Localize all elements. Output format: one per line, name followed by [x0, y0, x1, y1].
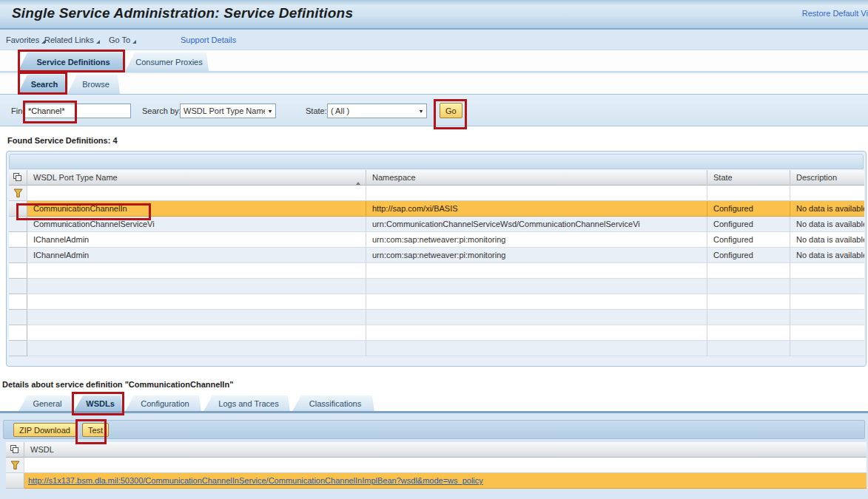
filter-funnel-icon: [10, 461, 20, 470]
find-input[interactable]: [24, 103, 131, 118]
dropdown-caret-icon: [132, 40, 136, 44]
select-all-icon: [10, 445, 19, 454]
search-by-dropdown[interactable]: WSDL Port Type Name ▼: [180, 103, 276, 118]
empty-table-row: [9, 294, 864, 310]
menu-bar: Favorites Related Links Go To Support De…: [0, 30, 868, 50]
details-toolbar: ZIP Download Test: [3, 420, 865, 439]
search-by-label: Search by:: [142, 106, 181, 115]
row-selector[interactable]: [9, 248, 27, 263]
filter-input-name[interactable]: [27, 186, 366, 201]
details-tab-strip: General WSDLs Configuration Logs and Tra…: [0, 394, 868, 413]
menu-go-to[interactable]: Go To: [109, 35, 136, 44]
state-dropdown[interactable]: ( All ) ▼: [327, 103, 427, 118]
table-header-row: WSDL Port Type Name Namespace State Desc…: [9, 170, 864, 186]
results-table-panel: WSDL Port Type Name Namespace State Desc…: [6, 151, 867, 367]
details-title: Details about service definition "Commun…: [2, 380, 233, 389]
state-label: State:: [306, 106, 327, 115]
filter-row: [9, 186, 864, 201]
table-row[interactable]: IChannelAdmin urn:com:sap:netweaver:pi:m…: [9, 248, 864, 263]
empty-table-row: [9, 310, 864, 325]
column-header-state[interactable]: State: [707, 170, 790, 186]
tab-consumer-proxies[interactable]: Consumer Proxies: [125, 52, 209, 72]
wsdl-filter-row: [6, 458, 867, 473]
application-window: Single Service Administration: Service D…: [0, 0, 868, 499]
column-header-wsdl[interactable]: WSDL: [24, 442, 867, 458]
column-header-wsdl-port-type-name[interactable]: WSDL Port Type Name: [27, 170, 366, 186]
filter-input-namespace[interactable]: [366, 186, 707, 201]
tab-configuration[interactable]: Configuration: [124, 396, 201, 413]
results-table: WSDL Port Type Name Namespace State Desc…: [9, 170, 864, 356]
tab-classifications[interactable]: Classifications: [292, 396, 374, 413]
dropdown-caret-icon: [96, 40, 100, 44]
filter-funnel-icon: [13, 189, 23, 198]
search-toolbar: Find: Search by: WSDL Port Type Name ▼ S…: [0, 94, 868, 126]
wsdl-url-link[interactable]: http://s1x137.bsm.dla.mil:50300/Communic…: [28, 476, 483, 485]
sub-tab-strip: Search Browse: [0, 74, 868, 94]
filter-cell[interactable]: [6, 458, 24, 473]
empty-table-row: [9, 263, 864, 279]
table-row[interactable]: IChannelAdmin urn:com:sap:netweaver:pi:m…: [9, 232, 864, 248]
tab-browse[interactable]: Browse: [67, 75, 120, 94]
empty-table-row: [9, 341, 864, 356]
table-row[interactable]: CommunicationChannelIn http://sap.com/xi…: [9, 201, 864, 217]
column-header-namespace[interactable]: Namespace: [366, 170, 707, 186]
wsdl-header-row: WSDL: [6, 442, 867, 458]
page-title: Single Service Administration: Service D…: [12, 5, 353, 21]
sort-ascending-icon: [356, 170, 363, 185]
select-all-icon: [13, 173, 22, 182]
results-summary: Found Service Definitions: 4: [7, 136, 118, 145]
filter-input-state[interactable]: [707, 186, 790, 201]
tab-wsdls[interactable]: WSDLs: [73, 396, 123, 413]
empty-table-row: [9, 325, 864, 341]
go-button[interactable]: Go: [440, 103, 462, 118]
zip-download-button[interactable]: ZIP Download: [13, 423, 76, 437]
support-details-link[interactable]: Support Details: [181, 35, 236, 44]
filter-input-wsdl[interactable]: [24, 458, 867, 473]
tab-logs-and-traces[interactable]: Logs and Traces: [203, 396, 290, 413]
details-panel: ZIP Download Test WSDL http://s1x137.bsm…: [0, 411, 868, 499]
tab-strip-divider: [0, 71, 868, 73]
wsdl-row[interactable]: http://s1x137.bsm.dla.mil:50300/Communic…: [6, 473, 867, 489]
main-tab-strip: Service Definitions Consumer Proxies: [0, 50, 868, 72]
row-selector[interactable]: [9, 217, 27, 232]
filter-cell[interactable]: [9, 186, 27, 201]
menu-related-links[interactable]: Related Links: [44, 35, 100, 44]
empty-table-row: [9, 279, 864, 294]
table-toolbar: [9, 154, 864, 169]
title-bar: Single Service Administration: Service D…: [0, 0, 868, 30]
tab-general[interactable]: General: [18, 396, 73, 413]
row-selector[interactable]: [9, 232, 27, 248]
filter-input-description[interactable]: [790, 186, 864, 201]
select-all-header-cell[interactable]: [9, 170, 27, 186]
chevron-down-icon: ▼: [265, 109, 275, 114]
select-all-header-cell[interactable]: [6, 442, 24, 458]
tab-service-definitions[interactable]: Service Definitions: [18, 52, 124, 72]
table-row[interactable]: CommunicationChannelServiceVi urn:Commun…: [9, 217, 864, 232]
row-selector[interactable]: [9, 201, 27, 217]
test-button[interactable]: Test: [82, 423, 109, 437]
menu-favorites[interactable]: Favorites: [6, 35, 45, 44]
column-header-description[interactable]: Description: [790, 170, 864, 186]
wsdl-table: WSDL http://s1x137.bsm.dla.mil:50300/Com…: [6, 442, 867, 489]
restore-default-view-link[interactable]: Restore Default Vie: [802, 9, 868, 18]
row-selector[interactable]: [6, 473, 24, 489]
tab-search[interactable]: Search: [18, 75, 67, 94]
chevron-down-icon: ▼: [416, 109, 426, 114]
